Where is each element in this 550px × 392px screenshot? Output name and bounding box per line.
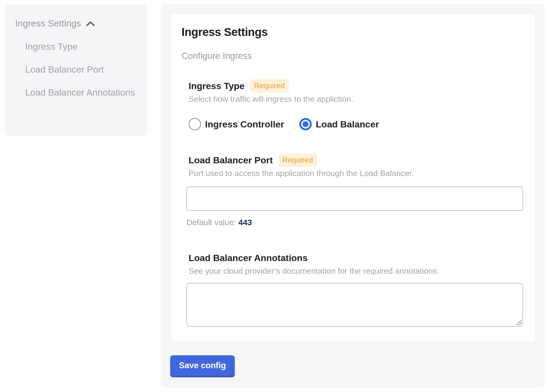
ingress-settings-card: Ingress Settings Configure Ingress Ingre… xyxy=(171,14,535,342)
sidebar-item-load-balancer-port[interactable]: Load Balancer Port xyxy=(25,62,138,77)
resize-handle-icon[interactable] xyxy=(516,320,522,325)
sidebar-item-ingress-type[interactable]: Ingress Type xyxy=(25,39,138,54)
annotations-textarea-wrap xyxy=(186,283,523,327)
section-ingress-type: Ingress Type Required Select how traffic… xyxy=(189,79,524,130)
sidebar-group-label: Ingress Settings xyxy=(15,15,81,31)
section-load-balancer-port: Load Balancer Port Required Port used to… xyxy=(189,154,524,227)
field-label-load-balancer-annotations: Load Balancer Annotations xyxy=(189,253,308,263)
load-balancer-port-input[interactable] xyxy=(186,187,523,211)
required-badge: Required xyxy=(250,79,289,92)
default-value-label: Default value: xyxy=(186,218,236,227)
radio-option-load-balancer[interactable]: Load Balancer xyxy=(299,118,379,130)
page-subtitle: Configure Ingress xyxy=(182,51,524,61)
field-description-load-balancer-port: Port used to access the application thro… xyxy=(189,169,524,178)
radio-label-ingress-controller: Ingress Controller xyxy=(205,119,284,130)
config-panel: Ingress Settings Configure Ingress Ingre… xyxy=(161,4,545,387)
load-balancer-annotations-textarea[interactable] xyxy=(186,283,523,327)
radio-button-load-balancer[interactable] xyxy=(299,118,312,130)
radio-button-ingress-controller[interactable] xyxy=(189,118,201,130)
field-description-ingress-type: Select how traffic will ingress to the a… xyxy=(189,94,524,104)
ingress-type-radio-group: Ingress Controller Load Balancer xyxy=(189,118,524,130)
sidebar: Ingress Settings Ingress Type Load Balan… xyxy=(5,5,147,136)
default-value: 443 xyxy=(238,218,252,227)
field-description-load-balancer-annotations: See your cloud provider’s documentation … xyxy=(189,266,524,276)
sidebar-item-load-balancer-annotations[interactable]: Load Balancer Annotations xyxy=(25,85,138,100)
save-config-button[interactable]: Save config xyxy=(170,355,235,377)
radio-option-ingress-controller[interactable]: Ingress Controller xyxy=(189,118,284,130)
sidebar-item-list: Ingress Type Load Balancer Port Load Bal… xyxy=(15,39,138,100)
page-title: Ingress Settings xyxy=(182,26,524,39)
sidebar-group-ingress-settings[interactable]: Ingress Settings xyxy=(15,15,138,31)
default-value-row: Default value:443 xyxy=(186,218,524,227)
radio-label-load-balancer: Load Balancer xyxy=(316,119,379,130)
section-load-balancer-annotations: Load Balancer Annotations See your cloud… xyxy=(189,251,524,327)
chevron-up-icon xyxy=(86,21,95,27)
required-badge: Required xyxy=(278,154,317,167)
field-label-load-balancer-port: Load Balancer Port xyxy=(189,155,273,165)
field-label-ingress-type: Ingress Type xyxy=(189,81,244,91)
